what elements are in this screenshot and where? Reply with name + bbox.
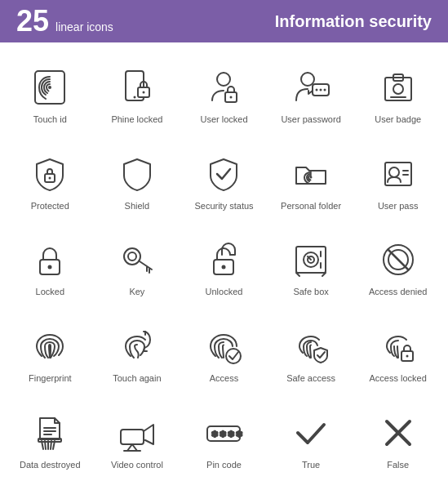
svg-point-8 (230, 96, 233, 99)
shield-label: Shield (125, 201, 150, 212)
access-denied-label: Access denied (369, 287, 428, 297)
svg-point-11 (316, 89, 318, 91)
icon-cell-security-status: Security status (180, 137, 268, 224)
svg-text:✱: ✱ (236, 430, 242, 439)
svg-point-22 (389, 167, 399, 177)
icon-cell-user-pass: User pass (354, 137, 441, 224)
icon-cell-false: False (354, 395, 441, 482)
user-locked-label: User locked (200, 114, 247, 125)
locked-icon (24, 234, 75, 285)
icon-cell-access-locked: Access locked (354, 310, 441, 396)
user-password-label: User password (281, 114, 340, 125)
pin-code-label: Pin code (206, 460, 242, 470)
access-locked-label: Access locked (370, 373, 427, 384)
safe-access-label: Safe access (286, 373, 335, 384)
user-badge-label: User badge (375, 114, 421, 125)
touch-id-label: Touch id (33, 114, 67, 125)
video-control-label: Video control (111, 460, 163, 470)
svg-point-20 (310, 176, 313, 178)
svg-rect-57 (121, 430, 144, 444)
phone-locked-icon (112, 62, 162, 113)
protected-icon (24, 149, 75, 199)
protected-label: Protected (31, 201, 69, 212)
personal-folder-icon (286, 149, 336, 199)
icon-grid: Touch id Phine locked (0, 42, 448, 490)
icon-cell-touch-id: Touch id (7, 51, 94, 137)
false-icon (373, 408, 424, 458)
shield-icon (112, 149, 162, 199)
access-locked-icon (373, 321, 424, 372)
unlocked-icon (198, 234, 249, 285)
access-denied-icon (373, 234, 424, 285)
svg-point-16 (393, 84, 403, 94)
svg-point-47 (406, 355, 408, 358)
pin-code-icon: ✱ ✱ ✱ ✱ (198, 408, 249, 458)
svg-text:✱: ✱ (211, 430, 218, 439)
fingerprint-icon (24, 321, 75, 372)
icon-cell-access-denied: Access denied (354, 223, 441, 310)
icon-cell-access: Access (180, 310, 268, 396)
false-label: False (387, 460, 409, 470)
icon-cell-user-password: User password (268, 51, 355, 137)
icon-cell-fingerprint: Fingerprint (7, 310, 94, 396)
svg-point-45 (226, 349, 241, 363)
svg-point-26 (48, 265, 52, 270)
safe-box-icon (286, 234, 336, 285)
data-destroyed-icon (24, 408, 75, 458)
video-control-icon (112, 408, 162, 458)
phone-locked-label: Phine locked (111, 114, 162, 125)
svg-text:✱: ✱ (220, 430, 226, 439)
header-number: 25 (16, 7, 49, 36)
touch-again-label: Touch again (113, 373, 161, 384)
icon-cell-shield: Shield (94, 137, 181, 224)
fingerprint-label: Fingerprint (29, 373, 72, 384)
svg-line-59 (127, 444, 132, 451)
user-pass-label: User pass (378, 201, 419, 212)
user-pass-icon (373, 149, 424, 199)
access-icon (198, 321, 249, 372)
touch-id-icon (24, 62, 75, 113)
svg-marker-58 (144, 425, 153, 444)
header: 25 linear icons Information security (0, 0, 448, 42)
icon-cell-video-control: Video control (94, 395, 181, 482)
svg-line-60 (132, 444, 137, 451)
access-label: Access (210, 373, 238, 384)
unlocked-label: Unlocked (206, 287, 243, 297)
icon-cell-phone-locked: Phine locked (94, 51, 181, 137)
svg-text:✱: ✱ (228, 430, 234, 439)
icon-cell-safe-access: Safe access (268, 310, 355, 396)
icon-cell-data-destroyed: Data destroyed (7, 395, 94, 482)
icon-cell-pin-code: ✱ ✱ ✱ ✱ Pin code (180, 395, 268, 482)
personal-folder-label: Personal folder (281, 201, 341, 212)
key-icon (112, 234, 162, 285)
svg-point-1 (48, 86, 51, 89)
locked-label: Locked (36, 287, 64, 297)
svg-point-27 (124, 248, 140, 265)
user-password-icon (286, 62, 336, 113)
svg-point-28 (128, 252, 136, 261)
safe-access-icon (286, 321, 336, 372)
icon-cell-safe-box: Safe box (268, 223, 355, 310)
safe-box-label: Safe box (293, 287, 328, 297)
icon-cell-user-locked: User locked (180, 51, 268, 137)
data-destroyed-label: Data destroyed (20, 460, 81, 470)
icon-cell-key: Key (94, 223, 181, 310)
svg-point-19 (49, 176, 51, 179)
true-icon (286, 408, 336, 458)
icon-cell-touch-again: Touch again (94, 310, 181, 396)
icon-cell-personal-folder: Personal folder (268, 137, 355, 224)
true-label: True (302, 460, 320, 470)
key-label: Key (129, 287, 144, 297)
security-status-label: Security status (194, 201, 253, 212)
svg-point-9 (301, 73, 314, 86)
icon-cell-unlocked: Unlocked (180, 223, 268, 310)
svg-point-12 (320, 89, 322, 91)
user-locked-icon (198, 62, 249, 113)
touch-again-icon (112, 321, 162, 372)
svg-point-6 (217, 73, 230, 86)
icon-cell-protected: Protected (7, 137, 94, 224)
svg-point-33 (222, 265, 226, 270)
svg-point-13 (324, 89, 326, 91)
icon-cell-true: True (268, 395, 355, 482)
svg-point-5 (142, 91, 144, 94)
